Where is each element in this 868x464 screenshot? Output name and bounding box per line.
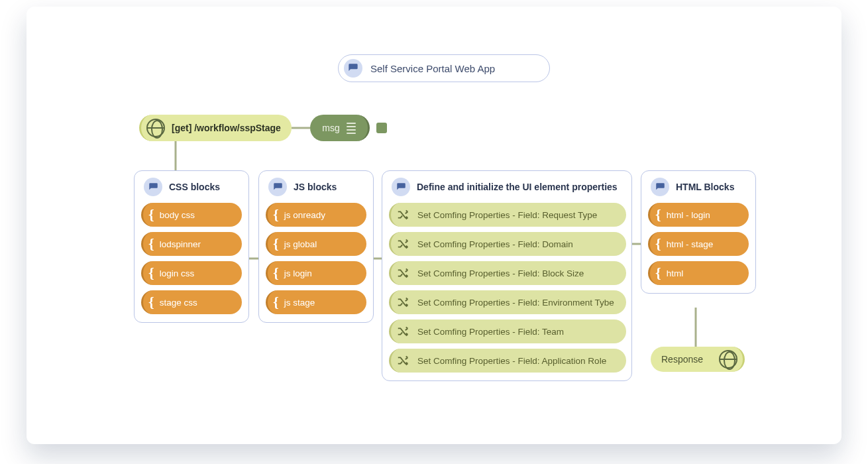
http-in-label: [get] /workflow/sspStage [172, 123, 281, 133]
list-icon [347, 123, 356, 134]
http-response-node[interactable]: Response [651, 347, 745, 372]
comment-icon [651, 178, 669, 196]
globe-icon [146, 119, 165, 137]
response-label: Response [661, 354, 703, 365]
group-header: HTML Blocks [648, 178, 749, 196]
group-css[interactable]: CSS blocks {body css {lodspinner {login … [134, 170, 249, 323]
comment-icon [392, 178, 410, 196]
brace-icon: { [655, 207, 661, 222]
http-in-node[interactable]: [get] /workflow/sspStage [139, 115, 292, 141]
shuffle-icon [396, 295, 411, 310]
node-label: js stage [284, 298, 315, 308]
flow-canvas[interactable]: Self Service Portal Web App [get] /workf… [27, 7, 841, 444]
node-label: Set Comfing Properties - Field: Domain [417, 239, 573, 249]
comment-icon [144, 178, 162, 196]
node-label: Set Comfing Properties - Field: Environm… [417, 298, 614, 308]
template-node[interactable]: {js login [266, 261, 366, 285]
shuffle-icon [396, 266, 411, 280]
change-node[interactable]: Set Comfing Properties - Field: Team [389, 319, 626, 343]
node-label: js global [284, 239, 317, 249]
shuffle-icon [396, 237, 411, 251]
group-header: JS blocks [266, 178, 366, 196]
brace-icon: { [655, 266, 661, 280]
node-label: html [667, 268, 684, 278]
brace-icon: { [273, 266, 279, 280]
node-label: html - stage [667, 239, 714, 249]
node-label: body css [160, 210, 195, 220]
debug-label: msg [322, 123, 339, 133]
shuffle-icon [396, 324, 411, 339]
change-node[interactable]: Set Comfing Properties - Field: Applicat… [389, 349, 626, 373]
template-node[interactable]: {body css [141, 203, 242, 227]
template-node[interactable]: {lodspinner [141, 232, 242, 256]
node-label: js login [284, 268, 312, 278]
brace-icon: { [655, 237, 661, 251]
brace-icon: { [148, 295, 154, 310]
brace-icon: { [273, 237, 279, 251]
debug-status-icon [376, 123, 387, 133]
group-html[interactable]: HTML Blocks {html - login {html - stage … [641, 170, 756, 294]
change-node[interactable]: Set Comfing Properties - Field: Request … [389, 203, 626, 227]
globe-icon [719, 350, 737, 369]
debug-node[interactable]: msg [310, 115, 370, 141]
shuffle-icon [396, 207, 411, 222]
brace-icon: { [148, 237, 154, 251]
node-label: login css [160, 268, 195, 278]
group-title: JS blocks [294, 182, 337, 192]
template-node[interactable]: {html - login [648, 203, 749, 227]
title-label: Self Service Portal Web App [370, 63, 495, 74]
template-node[interactable]: {js onready [266, 203, 366, 227]
node-label: Set Comfing Properties - Field: Team [417, 327, 564, 337]
change-node[interactable]: Set Comfing Properties - Field: Block Si… [389, 261, 626, 285]
change-node[interactable]: Set Comfing Properties - Field: Domain [389, 232, 626, 256]
node-label: lodspinner [160, 239, 201, 249]
change-node[interactable]: Set Comfing Properties - Field: Environm… [389, 290, 626, 314]
group-ui-props[interactable]: Define and initialize the UI element pro… [382, 170, 632, 381]
comment-icon [344, 59, 362, 78]
template-node[interactable]: {login css [141, 261, 242, 285]
comment-title[interactable]: Self Service Portal Web App [338, 54, 550, 82]
brace-icon: { [148, 266, 154, 280]
node-label: Set Comfing Properties - Field: Applicat… [417, 356, 606, 366]
group-js[interactable]: JS blocks {js onready {js global {js log… [258, 170, 374, 323]
group-title: CSS blocks [169, 182, 220, 192]
node-label: html - login [667, 210, 710, 220]
brace-icon: { [273, 295, 279, 310]
template-node[interactable]: {html - stage [648, 232, 749, 256]
template-node[interactable]: {html [648, 261, 749, 285]
shuffle-icon [396, 353, 411, 368]
brace-icon: { [273, 207, 279, 222]
group-title: HTML Blocks [676, 182, 734, 192]
node-label: js onready [284, 210, 325, 220]
template-node[interactable]: {js stage [266, 290, 366, 314]
template-node[interactable]: {stage css [141, 290, 242, 314]
node-label: stage css [160, 298, 197, 308]
comment-icon [268, 178, 287, 196]
group-header: CSS blocks [141, 178, 242, 196]
group-title: Define and initialize the UI element pro… [417, 182, 618, 192]
template-node[interactable]: {js global [266, 232, 366, 256]
node-label: Set Comfing Properties - Field: Block Si… [417, 268, 584, 278]
group-header: Define and initialize the UI element pro… [389, 178, 625, 196]
node-label: Set Comfing Properties - Field: Request … [417, 210, 597, 220]
brace-icon: { [148, 207, 154, 222]
